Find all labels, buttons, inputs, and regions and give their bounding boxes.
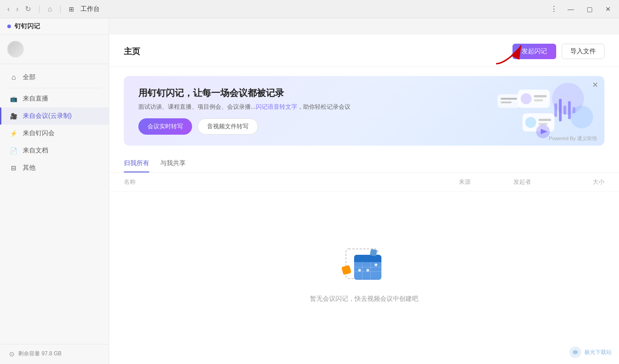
forward-button[interactable]: › [14, 4, 20, 14]
sidebar-footer: ⊙ 剩余容量 97.8 GB ⋯ 更多 [0, 344, 109, 364]
other-icon: ⊟ [9, 164, 18, 172]
home-icon: ⌂ [9, 73, 18, 81]
titlebar-nav: ‹ › ↻ ⌂ ⊞ 工作台 [5, 4, 101, 14]
app-container: ⌂ 全部 📺 来自直播 🎥 来自会议(云录制) ⚡ 来自钉闪会 📄 来自文档 [0, 35, 619, 364]
watermark-logo [569, 346, 582, 359]
more-options-button[interactable]: ⋮ [550, 5, 558, 13]
svg-rect-10 [534, 99, 543, 101]
sidebar-item-all[interactable]: ⌂ 全部 [0, 69, 109, 86]
svg-point-28 [358, 269, 361, 272]
sidebar-item-docs[interactable]: 📄 来自文档 [0, 142, 109, 159]
main-header: 主页 发起闪记 导入文件 [109, 35, 619, 67]
home-button[interactable]: ⌂ [46, 4, 54, 14]
titlebar-divider [39, 5, 40, 13]
sidebar-item-live[interactable]: 📺 来自直播 [0, 90, 109, 107]
file-convert-button[interactable]: 音视频文件转写 [198, 118, 258, 135]
sidebar-nav: ⌂ 全部 📺 来自直播 🎥 来自会议(云录制) ⚡ 来自钉闪会 📄 来自文档 [0, 64, 109, 344]
svg-rect-17 [501, 101, 512, 103]
svg-point-29 [366, 269, 369, 272]
sidebar-item-meeting[interactable]: 🎥 来自会议(云录制) [0, 107, 109, 125]
svg-rect-5 [568, 101, 571, 119]
sidebar: ⌂ 全部 📺 来自直播 🎥 来自会议(云录制) ⚡ 来自钉闪会 📄 来自文档 [0, 35, 109, 364]
empty-text: 暂无会议闪记，快去视频会议中创建吧 [310, 295, 418, 303]
empty-state: 暂无会议闪记，快去视频会议中创建吧 [109, 192, 619, 364]
start-flash-button[interactable]: 发起闪记 [512, 44, 556, 59]
svg-rect-16 [501, 98, 517, 100]
sidebar-item-dingmeeting[interactable]: ⚡ 来自钉闪会 [0, 125, 109, 142]
maximize-button[interactable]: ▢ [584, 5, 595, 14]
meeting-icon: 🎥 [9, 113, 18, 120]
empty-illustration [337, 242, 391, 288]
col-header-name: 名称 [124, 178, 459, 186]
storage-icon: ⊙ [9, 350, 15, 358]
nav-label-docs: 来自文档 [23, 147, 48, 155]
nav-label-other: 其他 [23, 164, 36, 172]
sidebar-app-label: 钉钉闪记 [15, 22, 40, 30]
window-controls: ⋮ — ▢ ✕ [550, 5, 614, 14]
nav-label-meeting: 来自会议(云录制) [23, 112, 71, 120]
app-dot [7, 25, 11, 28]
nav-label-dingmeeting: 来自钉闪会 [23, 129, 55, 137]
table-header: 名称 来源 发起者 大小 [109, 172, 619, 192]
col-header-size: 大小 [568, 178, 604, 186]
banner-close-button[interactable]: ✕ [592, 81, 598, 89]
import-file-button[interactable]: 导入文件 [562, 44, 604, 59]
user-section [0, 35, 109, 64]
banner-subtitle-highlight: 闪记语音转文字 [256, 103, 297, 110]
titlebar-divider2 [60, 5, 61, 13]
back-button[interactable]: ‹ [5, 4, 11, 14]
realtime-convert-button[interactable]: 会议实时转写 [138, 118, 192, 135]
nav-label-all: 全部 [23, 73, 36, 81]
svg-rect-4 [563, 106, 566, 115]
avatar [7, 41, 24, 57]
sidebar-tab: 钉钉闪记 [0, 18, 109, 35]
storage-text: 剩余容量 97.8 GB [18, 350, 61, 358]
tabs-row: 归我所有 与我共享 [109, 155, 619, 172]
col-header-initiator: 发起者 [513, 178, 568, 186]
powered-by: Powered By 通义听悟 [549, 135, 597, 142]
banner-subtitle-suffix: ，助你轻松记录会议 [297, 103, 350, 110]
svg-point-12 [525, 117, 536, 128]
storage-section: ⊙ 剩余容量 97.8 GB [0, 344, 109, 363]
banner: 用钉钉闪记，让每一场会议都被记录 面试访谈、课程直播、项目例会、会议录播...闪… [124, 76, 604, 146]
minimize-button[interactable]: — [565, 5, 577, 14]
tab-shared[interactable]: 与我共享 [160, 155, 186, 172]
svg-rect-3 [559, 99, 562, 121]
svg-rect-6 [573, 107, 575, 113]
titlebar: ‹ › ↻ ⌂ ⊞ 工作台 ⋮ — ▢ ✕ [0, 0, 619, 18]
nav-label-live: 来自直播 [23, 95, 48, 103]
sidebar-item-other[interactable]: ⊟ 其他 [0, 159, 109, 177]
col-header-source: 来源 [459, 178, 513, 186]
svg-rect-32 [370, 249, 377, 256]
refresh-button[interactable]: ↻ [23, 4, 33, 14]
live-icon: 📺 [9, 96, 18, 102]
storage-info: ⊙ 剩余容量 97.8 GB [9, 350, 100, 358]
grid-icon: ⊞ [67, 5, 76, 14]
tab-mine[interactable]: 归我所有 [124, 155, 149, 172]
doc-icon: 📄 [9, 147, 18, 154]
main-content: 主页 发起闪记 导入文件 用钉钉闪记，让每一场会议都被记录 面试访谈、课程直播、… [109, 35, 619, 364]
svg-rect-2 [554, 103, 557, 117]
svg-point-8 [521, 93, 532, 104]
main-title: 主页 [124, 46, 140, 57]
flash-icon: ⚡ [9, 130, 18, 137]
header-actions: 发起闪记 导入文件 [512, 44, 604, 59]
svg-rect-31 [341, 265, 351, 275]
banner-subtitle-prefix: 面试访谈、课程直播、项目例会、会议录播... [138, 103, 256, 110]
svg-rect-15 [497, 94, 520, 108]
svg-rect-9 [534, 95, 547, 97]
svg-rect-23 [354, 259, 381, 262]
svg-rect-13 [538, 119, 551, 121]
watermark: 极光下载站 [569, 346, 612, 359]
page-title: 工作台 [79, 4, 101, 14]
watermark-text: 极光下载站 [584, 349, 612, 356]
close-button[interactable]: ✕ [603, 5, 614, 14]
banner-illustration [495, 81, 595, 140]
svg-point-30 [375, 263, 377, 266]
nav-separator-1 [7, 88, 101, 88]
